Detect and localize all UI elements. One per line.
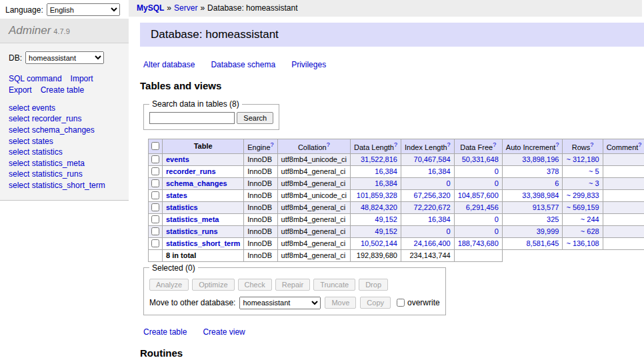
data-length-link[interactable]: 49,152 [375,227,397,235]
table-name-link[interactable]: schema_changes [166,179,227,187]
auto-increment-link[interactable]: 39,999 [537,227,559,235]
rows-count-link[interactable]: ~ 136,108 [566,239,599,247]
data-free-link[interactable]: 0 [495,179,499,187]
help-icon[interactable]: ? [555,141,559,148]
auto-increment-link[interactable]: 325 [547,215,559,223]
sidebar-item-export[interactable]: Export [9,85,32,95]
truncate-button[interactable]: Truncate [313,279,355,291]
data-length-link[interactable]: 49,152 [375,215,397,223]
sidebar-item-select-statistics-runs[interactable]: select statistics_runs [9,169,83,179]
create-view-link[interactable]: Create view [203,327,245,337]
analyze-button[interactable]: Analyze [149,279,189,291]
auto-increment-link[interactable]: 33,398,984 [522,191,559,199]
search-input[interactable] [149,112,235,124]
row-checkbox[interactable] [151,215,159,223]
table-name-link[interactable]: recorder_runs [166,167,216,175]
data-free-link[interactable]: 104,857,600 [458,191,499,199]
create-table-link[interactable]: Create table [143,327,187,337]
help-icon[interactable]: ? [493,141,496,148]
rows-count-link[interactable]: ~ 569,159 [566,203,599,211]
optimize-button[interactable]: Optimize [192,279,234,291]
data-free-link[interactable]: 0 [495,227,499,235]
data-free-link[interactable]: 0 [495,167,499,175]
auto-increment-link[interactable]: 6 [555,179,559,187]
alter-database-link[interactable]: Alter database [143,60,195,69]
sidebar-item-import[interactable]: Import [71,74,93,83]
data-length-link[interactable]: 16,384 [375,179,397,187]
sidebar-item-select-statistics[interactable]: select statistics [9,147,63,157]
sidebar-item-select-events[interactable]: select events [9,103,55,113]
data-length-link[interactable]: 10,502,144 [361,239,397,247]
index-length-link[interactable]: 72,220,672 [414,203,451,211]
data-length-link[interactable]: 101,859,328 [357,191,397,199]
index-length-link[interactable]: 0 [447,179,451,187]
data-free-link[interactable]: 188,743,680 [458,239,499,247]
drop-button[interactable]: Drop [359,279,388,291]
language-select[interactable]: English [47,3,120,16]
rows-count-link[interactable]: ~ 299,833 [566,191,599,199]
help-icon[interactable]: ? [638,141,641,148]
auto-increment-link[interactable]: 913,577 [533,203,559,211]
database-schema-link[interactable]: Database schema [211,60,275,69]
rows-count-link[interactable]: ~ 628 [581,227,599,235]
sidebar-item-select-recorder-runs[interactable]: select recorder_runs [9,114,81,123]
row-checkbox[interactable] [151,227,159,235]
check-button[interactable]: Check [238,279,272,291]
db-selector-row: DB: homeassistant [0,43,129,65]
row-checkbox[interactable] [151,179,159,187]
copy-button[interactable]: Copy [360,297,391,309]
sidebar-item-create-table[interactable]: Create table [41,85,84,95]
table-name-link[interactable]: states [166,191,187,199]
table-name-link[interactable]: statistics_runs [166,227,218,235]
sidebar-item-select-statistics-meta[interactable]: select statistics_meta [9,159,85,168]
table-name-link[interactable]: statistics_short_term [166,239,240,247]
overwrite-checkbox[interactable] [397,299,405,307]
auto-increment-link[interactable]: 33,898,196 [522,155,559,163]
index-length-link[interactable]: 16,384 [428,167,451,175]
sidebar-item-sql-command[interactable]: SQL command [9,74,62,83]
sidebar-item-select-states[interactable]: select states [9,137,53,146]
row-checkbox[interactable] [151,167,159,175]
auto-increment-link[interactable]: 378 [547,167,559,175]
db-select[interactable]: homeassistant [25,51,104,64]
data-free-link[interactable]: 0 [495,215,499,223]
rows-count-link[interactable]: ~ 3 [589,179,599,187]
breadcrumb-mysql-link[interactable]: MySQL [137,3,164,13]
data-length-link[interactable]: 31,522,816 [361,155,397,163]
auto-increment-link[interactable]: 8,581,645 [526,239,559,247]
row-checkbox[interactable] [151,239,159,247]
help-icon[interactable]: ? [271,141,274,148]
help-icon[interactable]: ? [447,141,451,148]
move-button[interactable]: Move [325,297,356,309]
privileges-link[interactable]: Privileges [291,60,326,69]
index-length-link[interactable]: 24,166,400 [414,239,451,247]
rows-count-link[interactable]: ~ 5 [589,167,599,175]
row-checkbox[interactable] [151,155,159,163]
row-checkbox[interactable] [151,203,159,211]
select-all-checkbox[interactable] [151,142,159,150]
row-checkbox[interactable] [151,191,159,199]
rows-count-link[interactable]: ~ 244 [581,215,599,223]
breadcrumb-server-link[interactable]: Server [174,3,197,13]
sidebar-item-select-statistics-short-term[interactable]: select statistics_short_term [9,181,105,190]
data-free-link[interactable]: 50,331,648 [462,155,499,163]
index-length-link[interactable]: 67,256,320 [414,191,451,199]
col-header-auto-increment: Auto Increment? [502,139,563,154]
table-name-link[interactable]: statistics_meta [166,215,219,223]
help-icon[interactable]: ? [327,141,330,148]
data-length-link[interactable]: 48,824,320 [361,203,397,211]
help-icon[interactable]: ? [394,141,397,148]
rows-count-link[interactable]: ~ 312,180 [566,155,599,163]
help-icon[interactable]: ? [590,141,593,148]
repair-button[interactable]: Repair [275,279,310,291]
sidebar-item-select-schema-changes[interactable]: select schema_changes [9,125,95,135]
index-length-link[interactable]: 70,467,584 [414,155,451,163]
data-free-link[interactable]: 6,291,456 [466,203,499,211]
table-name-link[interactable]: events [166,155,189,163]
data-length-link[interactable]: 16,384 [375,167,397,175]
index-length-link[interactable]: 16,384 [428,215,451,223]
move-db-select[interactable]: homeassistant [239,297,321,309]
table-name-link[interactable]: statistics [166,203,198,211]
search-button[interactable]: Search [237,112,273,124]
index-length-link[interactable]: 0 [447,227,451,235]
